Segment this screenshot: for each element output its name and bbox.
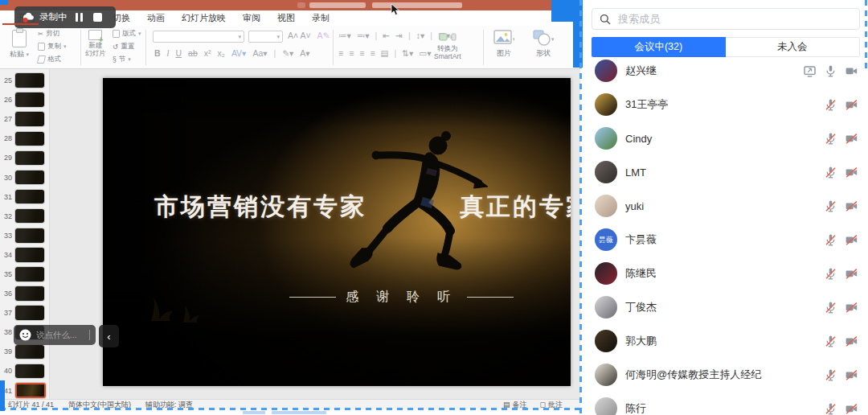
font-name-combo[interactable]: ▾ xyxy=(153,31,244,43)
slide-number: 33 xyxy=(0,232,12,240)
insert-picture-button[interactable]: ▾ 图片 xyxy=(493,30,514,59)
align-right-icon: ≡ xyxy=(359,48,364,58)
member-avatar xyxy=(595,262,617,285)
section-button[interactable]: §节▾ xyxy=(113,55,131,64)
member-row[interactable]: 郭大鹏 xyxy=(583,324,868,358)
convert-to-smartart-button[interactable]: 转换为SmartArt xyxy=(434,32,461,61)
member-row[interactable]: 陈继民 xyxy=(583,257,868,290)
camera-icon[interactable] xyxy=(845,98,858,112)
paste-button[interactable]: 粘贴 ▾ xyxy=(10,30,29,60)
slide-thumbnail-row[interactable]: 37 xyxy=(0,303,49,323)
slide-41[interactable]: 市场营销没有专家 真正的专家 感 谢 聆 听 xyxy=(103,78,571,386)
align-center-icon: ≡ xyxy=(349,48,354,58)
format-painter-button[interactable]: 格式 xyxy=(38,55,61,64)
slide-number: 32 xyxy=(0,212,12,220)
member-row[interactable]: 昙薇 卞昙薇 xyxy=(583,223,868,257)
stop-recording-button[interactable] xyxy=(93,13,102,22)
distribute-icon: ▤ xyxy=(381,48,389,58)
member-list: 赵兴继 31王亭亭 xyxy=(583,54,868,415)
tab-4[interactable]: 视图 xyxy=(277,12,295,24)
member-row[interactable]: LMT xyxy=(583,155,868,189)
slide-thumbnail-row[interactable]: 28 xyxy=(0,129,49,148)
numbering-icon: ≕▾ xyxy=(357,31,370,40)
member-row[interactable]: yuki xyxy=(583,189,868,223)
font-format-buttons[interactable]: BIUabx²x₂AV▾Aa▾|✎▾A▾ xyxy=(154,48,310,58)
member-row[interactable]: 31王亭亭 xyxy=(583,88,868,121)
camera-icon[interactable] xyxy=(845,301,858,314)
slide-thumbnail xyxy=(15,306,44,320)
slide-thumbnail-row[interactable]: 30 xyxy=(0,167,49,187)
search-input[interactable] xyxy=(616,12,852,26)
font-grow-shrink[interactable]: A˄ A˅ A✎ xyxy=(288,31,330,40)
member-search-box[interactable] xyxy=(592,8,860,30)
member-row[interactable]: 陈行 xyxy=(583,392,868,415)
slide-thumbnail-row[interactable]: 33 xyxy=(0,226,49,245)
member-row[interactable]: 丁俊杰 xyxy=(583,290,868,324)
new-slide-button[interactable]: 新建幻灯片 xyxy=(85,30,106,58)
reset-button[interactable]: ↺重置 xyxy=(113,42,134,51)
mic-icon[interactable] xyxy=(824,98,837,112)
slide-thumbnail-row[interactable]: 41 xyxy=(0,381,49,401)
slide-thumbnail-row[interactable]: 31 xyxy=(0,187,49,207)
copy-button[interactable]: 复制▾ xyxy=(38,42,67,51)
tab-3[interactable]: 审阅 xyxy=(243,12,260,24)
member-avatar xyxy=(595,296,617,318)
slide-thumbnail xyxy=(15,92,44,107)
mic-icon[interactable] xyxy=(824,301,837,314)
font-size-combo[interactable]: ▾ xyxy=(248,31,283,43)
tab-2[interactable]: 幻灯片放映 xyxy=(182,12,226,24)
mic-icon[interactable] xyxy=(824,132,837,146)
insert-shapes-button[interactable]: ▾ 形状 xyxy=(533,30,554,59)
member-avatar xyxy=(595,397,617,415)
recording-status-label: 录制中 xyxy=(39,11,68,23)
camera-icon[interactable] xyxy=(845,335,858,348)
member-row[interactable]: Cindy xyxy=(583,121,868,155)
paragraph-align-buttons[interactable]: ≡≡≡≡▤ | ⇅▾▭▾ xyxy=(338,48,432,58)
slide-thumbnail-row[interactable]: 40 xyxy=(0,361,49,380)
member-name: 卞昙薇 xyxy=(625,232,824,247)
screen-share-border xyxy=(0,408,580,410)
tab-5[interactable]: 录制 xyxy=(312,12,330,24)
camera-icon[interactable] xyxy=(845,64,858,78)
camera-icon[interactable] xyxy=(845,267,858,281)
grass-silhouette xyxy=(151,297,199,323)
mic-icon[interactable] xyxy=(824,64,837,78)
member-name: 陈继民 xyxy=(625,266,824,281)
danmaku-chat-input[interactable]: 说点什么... xyxy=(14,325,96,345)
camera-icon[interactable] xyxy=(845,132,858,146)
slide-thumbnail-row[interactable]: 35 xyxy=(0,265,49,284)
camera-icon[interactable] xyxy=(845,199,858,213)
chat-collapse-button[interactable]: ‹ xyxy=(99,325,119,347)
slide-thumbnail-row[interactable]: 27 xyxy=(0,109,49,129)
slide-number: 38 xyxy=(0,328,12,336)
slide-thumbnail-row[interactable]: 25 xyxy=(0,71,49,90)
slide-thumbnail xyxy=(15,345,44,360)
member-row[interactable]: 何海明@传媒教授主持人经纪 xyxy=(583,358,868,392)
mic-icon[interactable] xyxy=(824,402,837,415)
layout-icon xyxy=(113,30,120,38)
mic-icon[interactable] xyxy=(824,166,837,179)
tab-1[interactable]: 动画 xyxy=(147,12,165,24)
mic-icon[interactable] xyxy=(824,368,837,382)
member-row[interactable]: 赵兴继 xyxy=(583,54,868,88)
camera-icon[interactable] xyxy=(845,166,858,179)
mic-icon[interactable] xyxy=(824,199,837,213)
slide-number: 31 xyxy=(0,193,12,201)
cut-button[interactable]: ✂剪切 xyxy=(38,29,59,39)
indent-decrease-icon: ⇤ xyxy=(383,31,390,40)
mic-icon[interactable] xyxy=(824,233,837,247)
slide-thumbnail-row[interactable]: 32 xyxy=(0,207,49,226)
mic-icon[interactable] xyxy=(824,267,837,281)
slide-closing-text: 感 谢 聆 听 xyxy=(289,289,514,306)
camera-icon[interactable] xyxy=(845,233,858,247)
camera-icon[interactable] xyxy=(845,402,858,415)
pause-recording-button[interactable] xyxy=(76,13,83,22)
mic-icon[interactable] xyxy=(824,335,837,348)
slide-thumbnail xyxy=(15,209,44,224)
layout-button[interactable]: 版式▾ xyxy=(113,29,141,39)
camera-icon[interactable] xyxy=(845,368,858,382)
slide-thumbnail-row[interactable]: 36 xyxy=(0,284,49,303)
slide-thumbnail-row[interactable]: 29 xyxy=(0,148,49,167)
slide-thumbnail-row[interactable]: 34 xyxy=(0,245,49,265)
slide-thumbnail-row[interactable]: 26 xyxy=(0,90,49,109)
